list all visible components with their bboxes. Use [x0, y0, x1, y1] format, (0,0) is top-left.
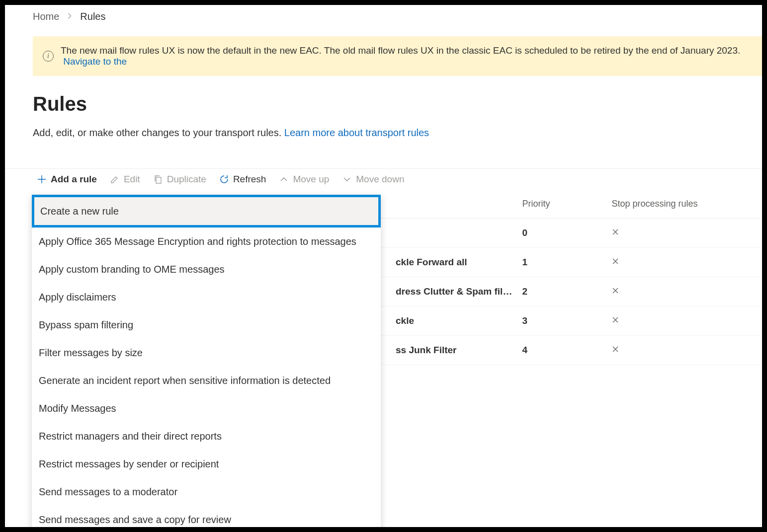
dropdown-item[interactable]: Send messages and save a copy for review — [32, 506, 381, 527]
plus-icon — [37, 174, 47, 184]
col-blank-header — [391, 190, 517, 219]
toolbar: Add a rule Edit Duplicate — [33, 169, 762, 190]
dropdown-item[interactable]: Modify Messages — [32, 394, 381, 422]
duplicate-button[interactable]: Duplicate — [153, 174, 206, 185]
move-up-button[interactable]: Move up — [279, 174, 329, 185]
col-priority-header[interactable]: Priority — [517, 190, 606, 219]
edit-button[interactable]: Edit — [110, 174, 140, 185]
row-stop — [606, 306, 762, 336]
row-name — [391, 219, 517, 248]
learn-more-link[interactable]: Learn more about transport rules — [284, 127, 429, 138]
col-stop-header[interactable]: Stop processing rules — [606, 190, 762, 219]
page-title: Rules — [33, 93, 762, 115]
refresh-button[interactable]: Refresh — [219, 174, 266, 185]
breadcrumb-current: Rules — [80, 11, 105, 22]
chevron-down-icon — [342, 174, 352, 184]
row-priority: 0 — [517, 219, 606, 248]
banner-text: The new mail flow rules UX is now the de… — [61, 45, 740, 56]
row-stop — [606, 277, 762, 306]
chevron-up-icon — [279, 174, 289, 184]
move-up-label: Move up — [293, 174, 329, 185]
edit-label: Edit — [124, 174, 140, 185]
dropdown-item[interactable]: Apply disclaimers — [32, 283, 381, 311]
row-name: dress Clutter & Spam fil… — [391, 277, 517, 306]
add-rule-label: Add a rule — [51, 174, 97, 185]
row-priority: 3 — [517, 306, 606, 336]
subtext-label: Add, edit, or make other changes to your… — [33, 127, 281, 138]
dropdown-item[interactable]: Apply Office 365 Message Encryption and … — [32, 228, 381, 255]
move-down-button[interactable]: Move down — [342, 174, 404, 185]
row-priority: 2 — [517, 277, 606, 306]
dropdown-item[interactable]: Bypass spam filtering — [32, 311, 381, 339]
row-stop — [606, 336, 762, 365]
banner-link[interactable]: Navigate to the — [63, 56, 127, 67]
breadcrumb-home[interactable]: Home — [33, 11, 59, 22]
move-down-label: Move down — [356, 174, 404, 185]
close-icon — [611, 228, 621, 237]
row-priority: 1 — [517, 248, 606, 277]
refresh-icon — [219, 174, 229, 184]
close-icon — [611, 315, 621, 325]
row-name: ckle Forward all — [391, 248, 517, 277]
copy-icon — [153, 174, 163, 184]
row-stop — [606, 248, 762, 277]
dropdown-item[interactable]: Apply custom branding to OME messages — [32, 255, 381, 283]
pencil-icon — [110, 174, 120, 184]
close-icon — [611, 257, 621, 267]
dropdown-item[interactable]: Send messages to a moderator — [32, 478, 381, 506]
close-icon — [611, 286, 621, 296]
row-priority: 4 — [517, 336, 606, 365]
dropdown-item[interactable]: Restrict messages by sender or recipient — [32, 450, 381, 478]
info-icon: i — [43, 51, 54, 62]
add-rule-dropdown: Create a new ruleApply Office 365 Messag… — [32, 195, 381, 527]
svg-rect-0 — [156, 177, 161, 183]
chevron-right-icon — [66, 12, 73, 21]
row-name: ckle — [391, 306, 517, 336]
refresh-label: Refresh — [233, 174, 266, 185]
dropdown-item[interactable]: Create a new rule — [32, 195, 381, 228]
dropdown-item[interactable]: Filter messages by size — [32, 339, 381, 367]
dropdown-item[interactable]: Restrict managers and their direct repor… — [32, 422, 381, 450]
close-icon — [611, 345, 621, 355]
row-name: ss Junk Filter — [391, 336, 517, 365]
breadcrumb: Home Rules — [33, 11, 762, 22]
row-stop — [606, 219, 762, 248]
page-subtext: Add, edit, or make other changes to your… — [33, 127, 762, 139]
info-banner: i The new mail flow rules UX is now the … — [33, 36, 762, 76]
add-rule-button[interactable]: Add a rule — [37, 174, 97, 185]
dropdown-item[interactable]: Generate an incident report when sensiti… — [32, 367, 381, 394]
duplicate-label: Duplicate — [167, 174, 206, 185]
